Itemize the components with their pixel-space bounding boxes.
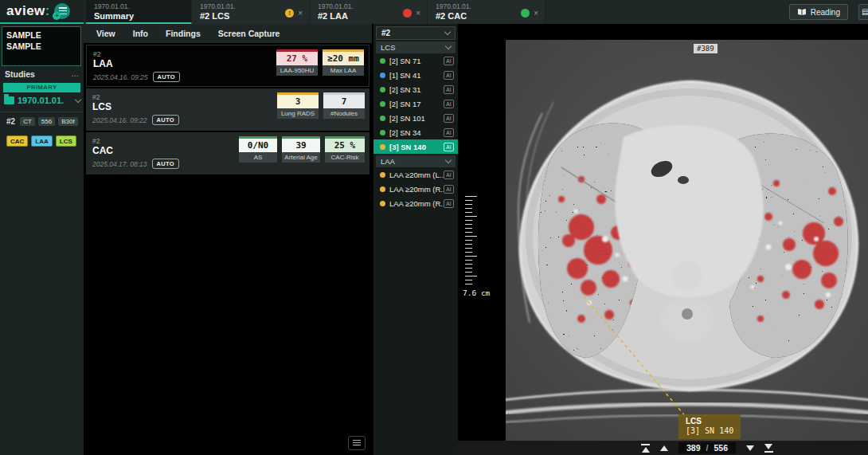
status-dot [380, 101, 385, 107]
kernel-badge: B30f [58, 117, 77, 126]
menu-view[interactable]: View [96, 29, 115, 38]
save-icon[interactable]: ▤ [858, 4, 868, 20]
nodule-item-selected[interactable]: [3] SN 140 AI [373, 139, 458, 154]
studies-menu-icon[interactable]: … [71, 69, 80, 79]
report-list-button[interactable] [348, 436, 366, 450]
ai-badge: AI [444, 199, 454, 208]
tab-title: Summary [94, 11, 134, 22]
finding-annotation[interactable]: LCS [3] SN 140 [678, 414, 741, 439]
nodule-item[interactable]: [2] SN 101 AI [373, 111, 458, 125]
chevron-down-icon[interactable] [75, 96, 81, 102]
series-select[interactable]: #2 [376, 26, 456, 40]
tab-cac[interactable]: 1970.01.01. #2 CAC × [428, 0, 545, 24]
card-date: 2025.04.17. 08:13 [92, 160, 147, 168]
reading-label: Reading [811, 8, 840, 17]
annotation-id: [3] SN 140 [686, 426, 733, 436]
nodule-item[interactable]: [2] SN 31 AI [373, 82, 458, 96]
summary-menu-bar: View Info Findings Screen Capture [84, 24, 372, 43]
lcs-group-value: LCS [381, 43, 395, 52]
nodule-item[interactable]: [2] SN 71 AI [373, 53, 458, 68]
ai-badge: AI [444, 171, 454, 179]
auto-badge: AUTO [153, 72, 180, 82]
tab-summary[interactable]: 1970.01.01. Summary [86, 0, 192, 24]
status-dot [380, 130, 385, 135]
tab-title: #2 CAC [436, 11, 471, 22]
badge-lcs[interactable]: LCS [56, 135, 76, 147]
close-icon[interactable]: × [416, 10, 420, 18]
slice-number-label: #389 [694, 44, 717, 53]
study-item[interactable]: 1970.01.01. [4, 96, 80, 105]
laa-group-select[interactable]: LAA [376, 155, 456, 167]
ai-badge: AI [444, 128, 454, 137]
badge-cac[interactable]: CAC [6, 135, 28, 147]
image-viewport[interactable]: #389 7.6 cm LCS [3] SN 140 389 / 556 [458, 24, 868, 455]
chevron-down-icon [445, 43, 452, 49]
metric-lung-rads: 3 Lung RADS [277, 92, 319, 119]
summary-card-laa[interactable]: #2 LAA 2025.04.16. 09:25 AUTO 27 % LAA-9… [86, 45, 369, 87]
tab-bar: 1970.01.01. Summary 1970.01.01. #2 LCS !… [86, 0, 545, 24]
ct-axial-image[interactable] [506, 40, 868, 442]
metric-arterial-age: 39 Arterial Age [282, 136, 320, 163]
metric-agatston: 0/N0 AS [239, 136, 277, 163]
tab-lcs[interactable]: 1970.01.01. #2 LCS ! × [192, 0, 310, 24]
status-dot [380, 144, 385, 150]
ai-badge: AI [444, 185, 454, 194]
ai-badge: AI [444, 85, 454, 94]
laa-finding-item[interactable]: LAA ≥20mm (R... AI [373, 182, 458, 196]
badge-laa[interactable]: LAA [31, 135, 52, 147]
list-icon [353, 440, 361, 446]
ai-badge: AI [444, 100, 454, 108]
patient-id: SAMPLE [6, 41, 76, 52]
lcs-group-select[interactable]: LCS [376, 41, 456, 53]
total-slices: 556 [714, 443, 728, 453]
folder-icon [4, 96, 14, 104]
modality-badge: CT [20, 117, 35, 126]
series-item[interactable]: #2 CT 556 B30f [6, 117, 78, 126]
logo-colon: : [45, 3, 50, 18]
status-dot [380, 172, 385, 178]
close-icon[interactable]: × [534, 10, 538, 18]
ruler-length-label: 7.6 cm [463, 288, 490, 297]
primary-badge: PRIMARY [3, 83, 80, 92]
scale-ruler [465, 196, 477, 288]
metric-cac-risk: 25 % CAC-Risk [325, 136, 365, 163]
reading-button[interactable]: Reading [789, 4, 848, 20]
patient-info-box[interactable]: SAMPLE SAMPLE [2, 26, 81, 66]
tab-laa[interactable]: 1970.01.01. #2 LAA × [310, 0, 428, 24]
summary-card-lcs[interactable]: #2 LCS 2025.04.16. 09:22 AUTO 3 Lung RAD… [86, 88, 369, 131]
summary-card-cac[interactable]: #2 CAC 2025.04.17. 08:13 AUTO 0/N0 AS 39… [86, 132, 369, 175]
menu-findings[interactable]: Findings [166, 29, 201, 38]
last-slice-button[interactable] [764, 444, 773, 453]
ruler-ticks [465, 196, 477, 284]
laa-group-value: LAA [381, 157, 395, 166]
laa-finding-item[interactable]: LAA ≥20mm (R... AI [373, 196, 458, 210]
laa-finding-item[interactable]: LAA ≥20mm (L... AI [373, 167, 458, 182]
nodule-item[interactable]: [2] SN 17 AI [373, 96, 458, 111]
auto-badge: AUTO [152, 115, 179, 125]
metric-laa-950hu: 27 % LAA-950HU [276, 49, 318, 76]
chevron-down-icon [445, 157, 452, 163]
patient-name: SAMPLE [6, 29, 76, 41]
tab-date: 1970.01.01. [318, 2, 354, 11]
status-dot [380, 73, 385, 78]
first-slice-button[interactable] [641, 444, 650, 453]
nodule-item[interactable]: [2] SN 34 AI [373, 125, 458, 139]
summary-panel: View Info Findings Screen Capture #2 LAA… [84, 24, 372, 455]
next-slice-button[interactable] [746, 445, 754, 451]
current-slice: 389 [686, 443, 701, 453]
findings-panel: #2 LCS [2] SN 71 AI [1] SN 41 AI [2] SN … [372, 24, 458, 455]
slice-count-badge: 556 [38, 117, 55, 126]
tab-title: #2 LCS [200, 11, 236, 22]
tab-title: #2 LAA [318, 11, 354, 22]
menu-info[interactable]: Info [133, 29, 148, 38]
card-date: 2025.04.16. 09:25 [93, 73, 148, 81]
close-icon[interactable]: × [298, 10, 303, 18]
nodule-item[interactable]: [1] SN 41 AI [373, 68, 458, 82]
previous-slice-button[interactable] [660, 445, 668, 451]
logo-text: aview [6, 3, 45, 18]
status-dot [380, 116, 385, 121]
status-dot [380, 186, 385, 192]
card-date: 2025.04.16. 09:22 [92, 116, 147, 124]
logo-list-icon: + [54, 3, 70, 19]
menu-screen-capture[interactable]: Screen Capture [218, 29, 280, 38]
